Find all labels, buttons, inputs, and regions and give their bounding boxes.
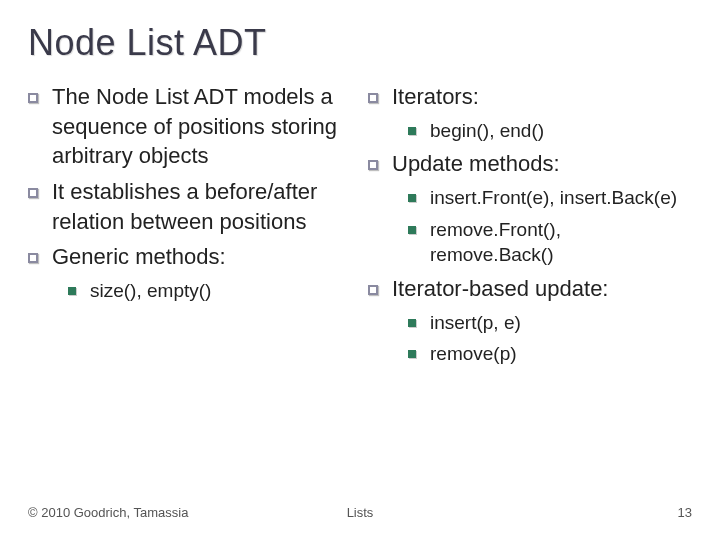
list-item: It establishes a before/after relation b… xyxy=(28,177,358,236)
sub-bullet-text: insert.Front(e), insert.Back(e) xyxy=(430,185,677,211)
bullet-text: Iterator-based update: xyxy=(392,274,608,304)
small-square-bullet-icon xyxy=(408,194,416,202)
sub-list-item: insert.Front(e), insert.Back(e) xyxy=(368,185,688,211)
sub-bullet-text: size(), empty() xyxy=(90,278,211,304)
sub-list-item: size(), empty() xyxy=(28,278,358,304)
square-bullet-icon xyxy=(368,160,378,170)
list-item: Iterator-based update: xyxy=(368,274,688,304)
right-column: Iterators: begin(), end() Update methods… xyxy=(368,82,688,373)
list-item: The Node List ADT models a sequence of p… xyxy=(28,82,358,171)
square-bullet-icon xyxy=(28,253,38,263)
footer-page-number: 13 xyxy=(678,505,692,520)
square-bullet-icon xyxy=(368,93,378,103)
slide-title: Node List ADT xyxy=(28,22,692,64)
slide: Node List ADT The Node List ADT models a… xyxy=(0,0,720,540)
square-bullet-icon xyxy=(28,93,38,103)
footer-copyright: © 2010 Goodrich, Tamassia xyxy=(28,505,188,520)
square-bullet-icon xyxy=(28,188,38,198)
list-item: Iterators: xyxy=(368,82,688,112)
slide-footer: © 2010 Goodrich, Tamassia Lists 13 xyxy=(28,505,692,520)
bullet-text: Update methods: xyxy=(392,149,560,179)
bullet-text: Generic methods: xyxy=(52,242,226,272)
small-square-bullet-icon xyxy=(408,350,416,358)
sub-bullet-text: remove.Front(), remove.Back() xyxy=(430,217,688,268)
sub-list-item: insert(p, e) xyxy=(368,310,688,336)
small-square-bullet-icon xyxy=(408,319,416,327)
square-bullet-icon xyxy=(368,285,378,295)
list-item: Update methods: xyxy=(368,149,688,179)
small-square-bullet-icon xyxy=(408,226,416,234)
sub-list-item: begin(), end() xyxy=(368,118,688,144)
sub-list-item: remove(p) xyxy=(368,341,688,367)
list-item: Generic methods: xyxy=(28,242,358,272)
sub-bullet-text: insert(p, e) xyxy=(430,310,521,336)
bullet-text: Iterators: xyxy=(392,82,479,112)
content-columns: The Node List ADT models a sequence of p… xyxy=(28,82,692,373)
footer-center: Lists xyxy=(347,505,374,520)
left-column: The Node List ADT models a sequence of p… xyxy=(28,82,358,373)
small-square-bullet-icon xyxy=(68,287,76,295)
small-square-bullet-icon xyxy=(408,127,416,135)
bullet-text: It establishes a before/after relation b… xyxy=(52,177,358,236)
bullet-text: The Node List ADT models a sequence of p… xyxy=(52,82,358,171)
sub-bullet-text: remove(p) xyxy=(430,341,517,367)
sub-list-item: remove.Front(), remove.Back() xyxy=(368,217,688,268)
sub-bullet-text: begin(), end() xyxy=(430,118,544,144)
